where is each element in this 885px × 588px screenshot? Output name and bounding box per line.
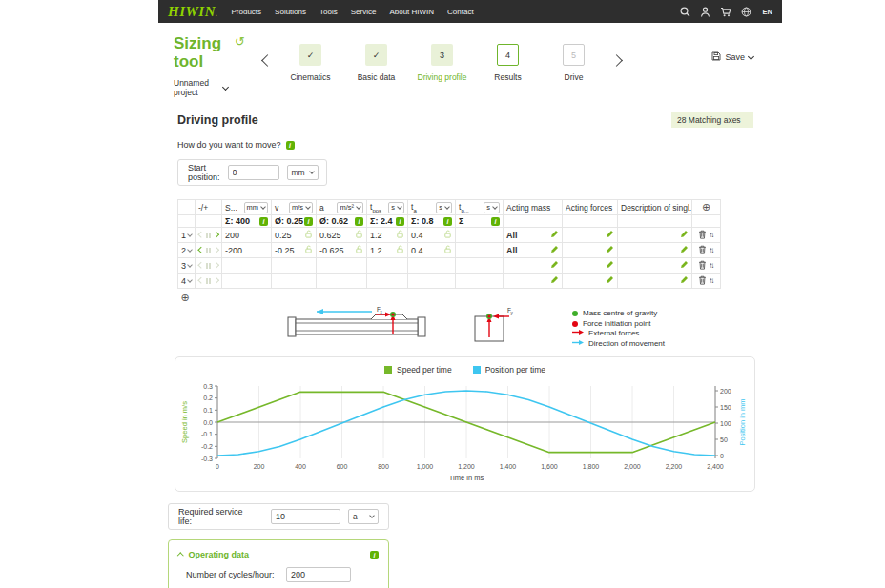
unlock-icon[interactable] — [304, 230, 313, 240]
svg-text:1,400: 1,400 — [500, 463, 517, 470]
reorder-icon[interactable]: ↑↓ — [709, 261, 714, 270]
step-box[interactable]: 4 — [497, 44, 519, 66]
chevron-down-icon[interactable] — [187, 262, 193, 268]
unlock-icon[interactable] — [355, 245, 363, 255]
nav-item-products[interactable]: Products — [232, 8, 262, 16]
nav-item-solutions[interactable]: Solutions — [275, 8, 306, 16]
start-position-input[interactable] — [228, 165, 279, 180]
edit-pencil-icon[interactable] — [680, 275, 689, 286]
edit-pencil-icon[interactable] — [606, 275, 614, 286]
info-icon[interactable] — [443, 217, 452, 226]
ta-unit-select[interactable]: s — [436, 202, 452, 213]
globe-icon[interactable] — [741, 7, 751, 17]
delete-row-icon[interactable] — [698, 260, 707, 272]
edit-pencil-icon[interactable] — [606, 245, 614, 255]
cart-icon[interactable] — [720, 7, 731, 17]
move-right-icon[interactable] — [214, 278, 218, 283]
pause-icon[interactable] — [206, 278, 211, 284]
step-cinematics[interactable]: ✓ Cinematics — [278, 44, 343, 82]
move-left-icon[interactable] — [199, 248, 204, 253]
move-left-icon[interactable] — [199, 233, 204, 237]
info-icon[interactable] — [259, 217, 268, 226]
project-selector[interactable]: Unnamed project — [174, 78, 254, 97]
edit-pencil-icon[interactable] — [550, 245, 559, 255]
nav-item-contact[interactable]: Contact — [447, 8, 474, 16]
info-icon[interactable] — [304, 217, 313, 226]
step-driving-profile[interactable]: 3 Driving profile — [409, 44, 475, 82]
pause-icon[interactable] — [206, 263, 211, 269]
account-icon[interactable] — [700, 7, 710, 17]
reorder-icon[interactable]: ↑↓ — [709, 276, 714, 285]
edit-pencil-icon[interactable] — [550, 275, 559, 286]
info-icon[interactable] — [286, 141, 295, 150]
cell-velocity: 0.25 — [275, 231, 292, 240]
velocity-unit-select[interactable]: m/s — [289, 202, 313, 213]
info-icon[interactable] — [491, 217, 500, 226]
unlock-icon[interactable] — [396, 230, 404, 240]
edit-pencil-icon[interactable] — [680, 245, 689, 255]
chevron-down-icon[interactable] — [187, 247, 193, 253]
save-button[interactable]: Save — [711, 51, 753, 63]
reorder-icon[interactable]: ↑↓ — [709, 246, 714, 254]
step-box[interactable]: 3 — [431, 44, 453, 66]
unlock-icon[interactable] — [443, 230, 452, 240]
info-icon[interactable] — [355, 217, 363, 226]
start-position-unit-select[interactable]: mm — [287, 165, 319, 180]
edit-pencil-icon[interactable] — [606, 230, 614, 240]
service-life-input[interactable] — [271, 509, 340, 524]
hiwin-logo[interactable]: HIWIN. — [168, 4, 218, 20]
reorder-icon[interactable]: ↑↓ — [709, 231, 714, 239]
move-left-icon[interactable] — [199, 263, 204, 268]
step-results[interactable]: 4 Results — [475, 44, 541, 82]
step-box[interactable]: 5 — [563, 44, 585, 66]
add-row-button[interactable]: ⊕ — [179, 293, 191, 303]
move-left-icon[interactable] — [199, 278, 204, 283]
nav-item-service[interactable]: Service — [351, 8, 377, 16]
col-tpos: tpos — [370, 202, 381, 213]
pause-icon[interactable] — [206, 248, 211, 253]
move-right-icon[interactable] — [214, 233, 218, 237]
svg-text:y: y — [511, 311, 514, 315]
stepper-prev-button[interactable] — [257, 44, 278, 69]
matching-axes-badge[interactable]: 28 Matching axes — [671, 112, 753, 128]
pause-icon[interactable] — [206, 233, 211, 238]
edit-pencil-icon[interactable] — [606, 260, 614, 271]
language-selector[interactable]: EN — [763, 8, 772, 16]
unlock-icon[interactable] — [355, 230, 363, 240]
add-column-button[interactable]: ⊕ — [695, 202, 717, 213]
cell-acceleration: 0.625 — [319, 231, 341, 240]
delete-row-icon[interactable] — [698, 275, 707, 287]
edit-pencil-icon[interactable] — [680, 260, 689, 271]
row-number: 2 — [181, 246, 186, 255]
unlock-icon[interactable] — [443, 245, 452, 255]
delete-row-icon[interactable] — [698, 245, 707, 256]
undo-icon[interactable]: ↺ — [235, 34, 245, 49]
cycles-per-hour-input[interactable] — [286, 567, 351, 582]
move-right-icon[interactable] — [214, 263, 218, 268]
step-drive[interactable]: 5 Drive — [541, 44, 607, 82]
step-box[interactable]: ✓ — [365, 44, 387, 66]
distance-unit-select[interactable]: mm — [244, 202, 269, 213]
nav-item-tools[interactable]: Tools — [319, 8, 338, 16]
nav-item-about[interactable]: About HIWIN — [389, 8, 434, 16]
move-right-icon[interactable] — [214, 248, 218, 253]
tpos-unit-select[interactable]: s — [388, 202, 404, 213]
tp-unit-select[interactable]: s — [484, 202, 500, 213]
info-icon[interactable] — [396, 217, 404, 226]
step-box[interactable]: ✓ — [299, 44, 321, 66]
edit-pencil-icon[interactable] — [550, 260, 559, 271]
search-icon[interactable] — [680, 7, 690, 17]
acceleration-unit-select[interactable]: m/s² — [337, 202, 363, 213]
stepper-next-button[interactable] — [607, 44, 627, 69]
edit-pencil-icon[interactable] — [550, 230, 559, 240]
chevron-down-icon[interactable] — [187, 277, 193, 283]
service-life-unit-select[interactable]: a — [348, 509, 379, 524]
step-basic-data[interactable]: ✓ Basic data — [343, 44, 409, 82]
collapse-icon[interactable] — [177, 553, 183, 558]
unlock-icon[interactable] — [396, 245, 404, 255]
chevron-down-icon[interactable] — [187, 232, 193, 237]
edit-pencil-icon[interactable] — [680, 230, 689, 240]
delete-row-icon[interactable] — [698, 230, 707, 241]
unlock-icon[interactable] — [304, 245, 313, 255]
info-icon[interactable] — [370, 551, 379, 559]
